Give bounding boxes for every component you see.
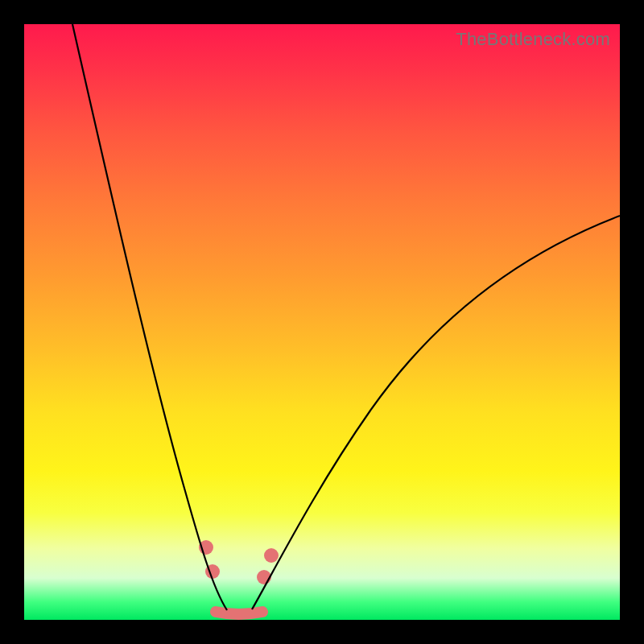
plot-area: TheBottleneck.com [24,24,620,620]
point-right-upper [264,548,279,563]
chart-svg [24,24,620,620]
right-curve-line [252,216,620,609]
floor-fit-segment [216,612,262,614]
outer-frame: TheBottleneck.com [0,0,644,644]
left-curve-line [72,24,227,610]
